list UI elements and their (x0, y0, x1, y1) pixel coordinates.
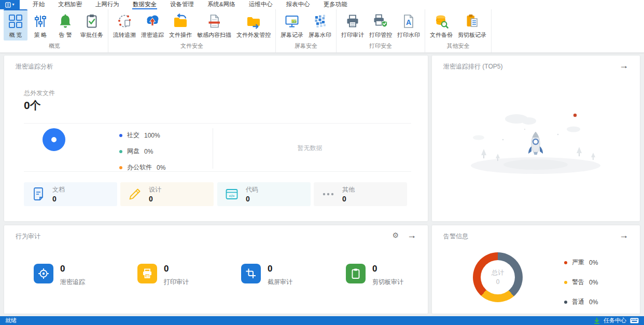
panel-title: 泄密追踪分析 (16, 62, 53, 71)
audit-item-screenshot-audit[interactable]: 0 截屏审计 (241, 264, 292, 287)
ribbon-btn-leak-trace[interactable]: 泄密追踪 (139, 9, 166, 40)
ribbon-btn-file-backup[interactable]: 文件备份 (428, 9, 455, 40)
legend-item: 办公软件 0% (119, 163, 165, 172)
ellipsis-icon (321, 187, 335, 201)
menu-tab-web-behavior[interactable]: 上网行为 (95, 0, 120, 9)
menu-tab-more[interactable]: 更多功能 (323, 0, 348, 9)
status-ready-text: 就绪 (5, 317, 17, 324)
ribbon-group-label: 屏幕安全 (278, 41, 333, 52)
divider (24, 171, 411, 172)
stat-card-other[interactable]: 其他 0 (314, 182, 407, 206)
task-center-button[interactable]: 任务中心 (604, 317, 626, 324)
ribbon-group-label: 概览 (4, 41, 105, 52)
folder-return-icon (173, 13, 188, 29)
legend-item: 警告 0% (564, 278, 598, 287)
ribbon-group-file-security: 流转追溯 泄密追踪 文件操作 (108, 9, 276, 52)
clipboard-icon (346, 264, 366, 283)
gear-icon[interactable]: ⚙ (392, 231, 399, 239)
ribbon-btn-clipboard-record[interactable]: 剪切板记录 (456, 9, 488, 40)
ribbon-btn-screen-record[interactable]: 屏幕记录 (278, 9, 305, 40)
legend-dot (119, 134, 122, 137)
stat-card-code[interactable]: </> 代码 0 (217, 182, 311, 206)
ribbon-group-screen-security: 屏幕记录 屏幕水印 (276, 9, 337, 52)
app-window: ▾ 开始 文档加密 上网行为 数据安全 设备管理 系统&网络 运维中心 报表中心… (0, 0, 644, 325)
leak-chart-legend: 社交 100% 网盘 0% 办公软件 0% (119, 131, 165, 179)
ribbon-btn-overview[interactable]: 概 览 (4, 9, 27, 40)
ribbon-btn-print-control[interactable]: 打印管控 (367, 9, 394, 40)
total-outgoing-label: 总外发文件 (24, 89, 55, 98)
ribbon-btn-print-audit[interactable]: 打印审计 (339, 9, 366, 40)
app-menu-button[interactable]: ▾ (0, 0, 20, 9)
app-logo-icon (5, 2, 11, 8)
arrow-right-icon[interactable]: → (619, 230, 628, 241)
ribbon-btn-screen-watermark[interactable]: 屏幕水印 (306, 9, 333, 40)
total-outgoing-value: 0个 (24, 98, 41, 113)
printer-icon (137, 264, 157, 283)
leak-donut-chart (43, 128, 65, 151)
download-arrow-icon (594, 318, 600, 324)
empty-state-illustration (460, 107, 611, 178)
svg-text:A: A (406, 18, 411, 26)
ribbon-btn-file-ops[interactable]: 文件操作 (167, 9, 194, 40)
ribbon-btn-approval-tasks[interactable]: 审批任务 (78, 9, 105, 40)
arrow-right-icon[interactable]: → (619, 60, 628, 71)
panel-alert-info: 告警信息 → 总计 0 严重 0% 警告 0% 普通 0% (432, 225, 640, 314)
stat-card-document[interactable]: 文档 0 (24, 182, 117, 206)
ribbon-group-other-security: 文件备份 剪切板记录 其他安全 (425, 9, 492, 52)
audit-item-print-audit[interactable]: 0 打印审计 (137, 264, 189, 287)
ribbon-group-label: 其他安全 (428, 41, 488, 52)
ribbon-btn-flow-trace[interactable]: 流转追溯 (111, 9, 138, 40)
audit-item-clipboard-audit[interactable]: 0 剪切板审计 (346, 264, 403, 287)
legend-item: 普通 0% (564, 297, 598, 306)
ribbon-group-label: 打印安全 (339, 41, 422, 52)
stat-card-design[interactable]: 设计 0 (120, 182, 214, 206)
ribbon-btn-print-watermark[interactable]: A 打印水印 (395, 9, 422, 40)
pixel-watermark-icon (312, 13, 328, 29)
folder-export-icon (246, 13, 261, 29)
panel-leak-rank: 泄密追踪排行 (TOP5) → (432, 56, 640, 221)
audit-item-leak-trace[interactable]: 0 泄密追踪 (34, 264, 85, 287)
panel-title: 告警信息 (443, 232, 468, 241)
menu-tab-ops-center[interactable]: 运维中心 (248, 0, 273, 9)
legend-item: 严重 0% (564, 258, 598, 267)
clipboard-record-icon (465, 13, 480, 29)
caret-down-icon: ▾ (12, 3, 14, 7)
keyboard-icon[interactable] (630, 318, 639, 323)
ribbon-btn-file-export-control[interactable]: 文件外发管控 (234, 9, 273, 40)
legend-item: 社交 100% (119, 131, 165, 140)
panel-behavior-audit: 行为审计 ⚙ → 0 泄密追踪 (4, 225, 428, 314)
menu-tab-device-mgmt[interactable]: 设备管理 (170, 0, 194, 9)
no-data-text: 暂无数据 (213, 144, 407, 153)
legend-dot (564, 301, 567, 304)
crop-icon (241, 264, 261, 283)
watermark-a-icon: A (401, 13, 416, 29)
status-bar: 就绪 任务中心 (0, 316, 644, 325)
legend-item: 网盘 0% (119, 147, 165, 156)
menu-tab-doc-encrypt[interactable]: 文档加密 (58, 0, 82, 9)
locate-icon (34, 264, 53, 283)
menu-tab-system-network[interactable]: 系统&网络 (207, 0, 236, 9)
menu-tab-data-security[interactable]: 数据安全 (132, 0, 157, 9)
arrow-right-icon[interactable]: → (407, 230, 416, 241)
clipboard-check-icon (84, 13, 100, 29)
divider (24, 123, 411, 124)
printer-shield-icon (373, 13, 388, 29)
menu-tab-start[interactable]: 开始 (32, 0, 45, 9)
code-icon: </> (225, 187, 239, 201)
menu-tab-report-center[interactable]: 报表中心 (286, 0, 311, 9)
scan-document-icon (206, 13, 222, 29)
ribbon-btn-sensitive-scan[interactable]: 敏感内容扫描 (195, 9, 233, 40)
cloud-upload-icon (145, 13, 160, 29)
menu-bar: ▾ 开始 文档加密 上网行为 数据安全 设备管理 系统&网络 运维中心 报表中心… (0, 0, 644, 9)
legend-dot (564, 281, 567, 284)
legend-dot (119, 150, 122, 153)
database-backup-icon (433, 13, 449, 29)
pencil-icon (128, 187, 142, 201)
legend-dot (564, 261, 567, 264)
flow-trace-cycle-icon (117, 13, 132, 29)
svg-text:</>: </> (229, 194, 235, 198)
sliders-icon (33, 13, 48, 29)
document-icon (32, 187, 45, 201)
ribbon-btn-policy[interactable]: 策 略 (29, 9, 52, 40)
ribbon-btn-alert[interactable]: 告 警 (53, 9, 77, 40)
